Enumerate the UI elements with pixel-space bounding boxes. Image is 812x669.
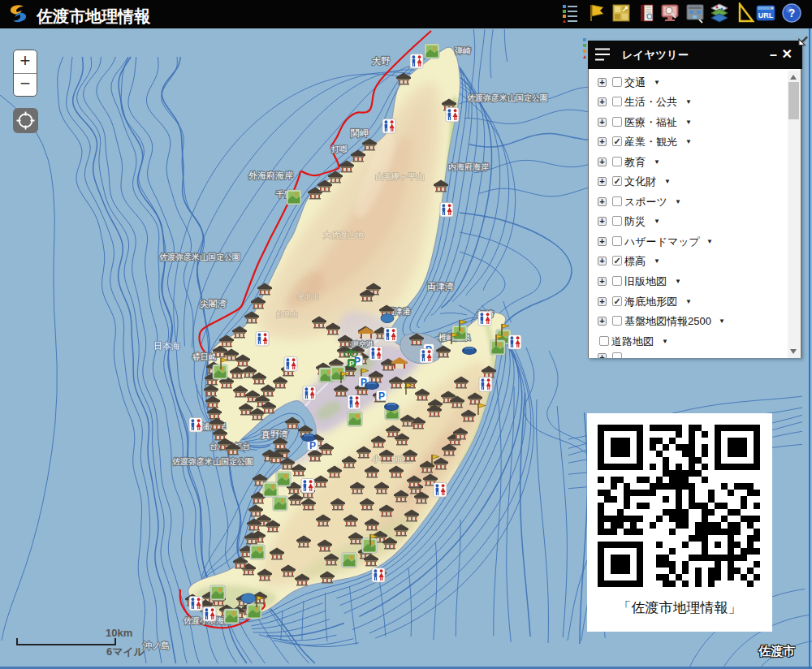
svg-text:✺: ✺	[194, 350, 201, 359]
svg-text:大野: 大野	[372, 56, 390, 66]
svg-text:大佐渡山地: 大佐渡山地	[323, 231, 364, 240]
svg-text:関岬: 関岬	[351, 128, 369, 138]
svg-text:?: ?	[788, 6, 796, 19]
svg-text:佐渡弥彦米山国定公園: 佐渡弥彦米山国定公園	[172, 457, 253, 466]
svg-text:山毛欅ヶ平山: 山毛欅ヶ平山	[375, 172, 424, 181]
svg-text:URL: URL	[758, 11, 774, 19]
svg-text:弾崎: 弾崎	[455, 46, 471, 55]
svg-text:真野湾: 真野湾	[261, 429, 288, 439]
svg-text:外海府海岸: 外海府海岸	[248, 170, 293, 180]
svg-text:両津湾: 両津湾	[427, 282, 454, 291]
svg-text:P: P	[349, 360, 354, 368]
svg-text:日本海: 日本海	[153, 341, 180, 351]
svg-text:内海府海岸: 内海府海岸	[448, 162, 489, 171]
svg-text:沖ノ島: 沖ノ島	[143, 641, 170, 650]
svg-text:打喞: 打喞	[331, 145, 348, 153]
svg-text:妙見山: 妙見山	[276, 310, 298, 318]
svg-text:佐渡弥彦米山国定公園: 佐渡弥彦米山国定公園	[159, 252, 240, 261]
svg-text:金北山: 金北山	[297, 292, 319, 300]
svg-text:P: P	[378, 391, 385, 402]
svg-text:尖閣湾: 尖閣湾	[200, 299, 227, 309]
svg-text:佐渡弥彦米山国定公園: 佐渡弥彦米山国定公園	[467, 93, 548, 102]
